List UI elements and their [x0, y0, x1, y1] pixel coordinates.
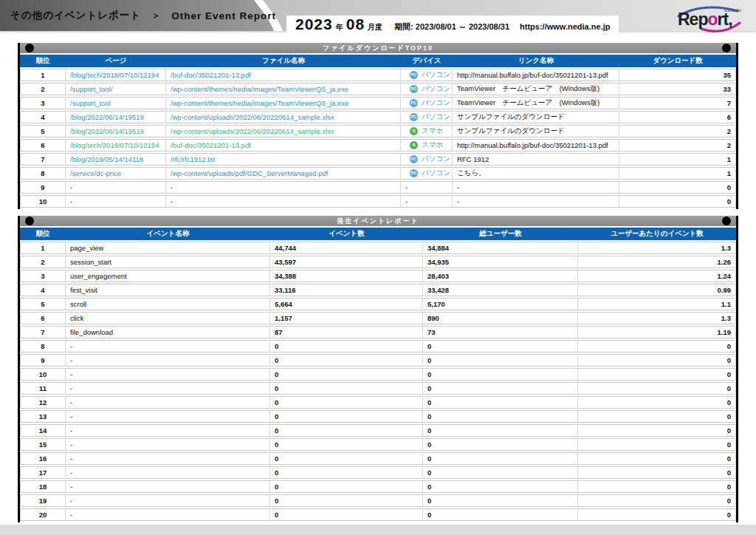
- file-name-link-cell[interactable]: /buf-doc/35021201-13.pdf: [166, 139, 401, 151]
- file-download-table-row: 2/support_tool//wp-content/themes/nedia/…: [20, 83, 736, 95]
- rank-cell: 2: [20, 83, 66, 95]
- page-link-cell[interactable]: /service/dc-price: [66, 167, 166, 180]
- total-users-cell: 0: [423, 452, 578, 465]
- event-report-section: 発生イベントレポート 順位イベント名称イベント数総ユーザー数ユーザーあたりのイベ…: [18, 216, 738, 522]
- file-name-link-cell[interactable]: /wp-content/uploads/2022/06/20220614_sam…: [166, 111, 401, 123]
- page-link-cell[interactable]: /blog/tech/2018/07/10/12194: [66, 139, 166, 151]
- binder-hole-left-icon: [25, 44, 34, 52]
- event-count-cell: 0: [270, 340, 423, 352]
- event-name-cell: page_view: [66, 242, 270, 254]
- events-per-user-cell: 0: [578, 340, 736, 352]
- file-name-link-cell[interactable]: /wp-content/themes/nedia/images/TeamView…: [166, 97, 401, 109]
- file-download-column-header: デバイス: [401, 55, 453, 67]
- download-count-cell: 0: [619, 195, 736, 208]
- file-download-column-header: 順位: [20, 55, 66, 67]
- rank-cell: 8: [20, 167, 66, 180]
- event-name-cell: -: [66, 354, 270, 367]
- events-per-user-cell: 0: [578, 508, 736, 521]
- event-count-cell: 0: [270, 438, 423, 451]
- file-name-link-cell[interactable]: /wp-content/uploads/2022/06/20220614_sam…: [166, 125, 401, 137]
- page-link-cell[interactable]: /blog/2019/05/14/14118: [66, 153, 166, 166]
- file-name-link-cell[interactable]: /wp-content/uploads/pdf/GDC_ServerManage…: [166, 167, 401, 180]
- event-count-cell: 0: [270, 396, 423, 409]
- file-name-link-cell[interactable]: /wp-content/themes/nedia/images/TeamView…: [166, 83, 401, 95]
- events-per-user-cell: 0: [578, 466, 736, 479]
- download-count-cell: 7: [619, 97, 736, 109]
- event-name-cell: -: [66, 480, 270, 493]
- event-report-table-row: 3user_engagement34,38828,4031.24: [20, 270, 736, 282]
- total-users-cell: 28,403: [423, 270, 578, 282]
- page-link-cell[interactable]: /support_tool: [66, 97, 166, 109]
- event-count-cell: 0: [270, 410, 423, 423]
- pc-device-icon: PC: [410, 99, 418, 107]
- pc-device-icon: PC: [410, 155, 418, 163]
- logo-o: o: [707, 10, 717, 29]
- file-download-table-row: 1/blog/tech/2018/07/10/12194/buf-doc/350…: [20, 69, 736, 81]
- file-download-column-header: リンク名称: [453, 55, 619, 67]
- event-count-cell: 1,157: [270, 312, 423, 324]
- download-count-cell: 2: [619, 125, 736, 137]
- file-download-section: ファイルダウンロードTOP10 順位ページファイル名称デバイスリンク名称ダウンロ…: [18, 43, 738, 209]
- page-link-cell[interactable]: /support_tool/: [66, 83, 166, 95]
- total-users-cell: 0: [423, 396, 578, 409]
- page-title: その他のイベントレポート ＞ Other Event Report: [10, 0, 276, 31]
- event-name-cell: -: [66, 424, 270, 437]
- events-per-user-cell: 0: [578, 438, 736, 451]
- total-users-cell: 34,935: [423, 256, 578, 268]
- pc-device-icon: PC: [410, 71, 418, 79]
- total-users-cell: 0: [423, 508, 578, 521]
- link-name-cell: http://manual.buffalo.jp/buf-doc/3502120…: [453, 139, 619, 151]
- report-month: 08: [346, 16, 365, 33]
- file-name-link-cell: -: [166, 195, 401, 208]
- smartphone-device-icon: S: [410, 141, 418, 149]
- events-per-user-cell: 1.3: [578, 312, 736, 324]
- download-count-cell: 2: [619, 139, 736, 151]
- total-users-cell: 890: [423, 312, 578, 324]
- device-label: パソコン: [422, 112, 450, 120]
- file-name-link-cell[interactable]: /buf-doc/35021201-13.pdf: [166, 69, 401, 81]
- link-name-cell: -: [453, 181, 619, 194]
- event-name-cell: -: [66, 508, 270, 521]
- rank-cell: 1: [20, 242, 66, 254]
- page-title-ja: その他のイベントレポート: [10, 9, 141, 22]
- rank-cell: 5: [20, 298, 66, 310]
- report-month-label: 月度: [368, 22, 382, 33]
- event-count-cell: 0: [270, 382, 423, 395]
- file-download-table-row: 4/blog/2022/06/14/19519/wp-content/uploa…: [20, 111, 736, 123]
- event-name-cell: -: [66, 368, 270, 381]
- link-name-cell: サンプルファイルのダウンロード: [453, 111, 619, 123]
- event-report-column-header: 総ユーザー数: [423, 228, 578, 240]
- device-cell: Sスマホ: [401, 125, 453, 137]
- rank-cell: 12: [20, 396, 66, 409]
- binder-hole-right-icon: [722, 217, 731, 225]
- events-per-user-cell: 1.1: [578, 298, 736, 310]
- device-cell: PCパソコン: [401, 111, 453, 123]
- event-name-cell: click: [66, 312, 270, 324]
- event-count-cell: 0: [270, 466, 423, 479]
- device-cell: -: [401, 195, 453, 208]
- events-per-user-cell: 0: [578, 480, 736, 493]
- event-report-table-row: 11-000: [20, 382, 736, 395]
- event-report-section-title-bar: 発生イベントレポート: [20, 216, 736, 226]
- rank-cell: 16: [20, 452, 66, 465]
- event-name-cell: -: [66, 340, 270, 352]
- rank-cell: 4: [20, 284, 66, 296]
- page-link-cell[interactable]: /blog/2022/06/14/19519: [66, 125, 166, 137]
- event-report-table-row: 10-000: [20, 368, 736, 381]
- event-report-column-header: イベント名称: [66, 228, 270, 240]
- rank-cell: 8: [20, 340, 66, 352]
- file-name-link-cell[interactable]: /rfc/rfc1912.txt: [166, 153, 401, 166]
- page-link-cell[interactable]: /blog/tech/2018/07/10/12194: [66, 69, 166, 81]
- page-link-cell[interactable]: /blog/2022/06/14/19519: [66, 111, 166, 123]
- logo-wordmark: Report,: [678, 10, 732, 30]
- file-download-table-row: 3/support_tool/wp-content/themes/nedia/i…: [20, 97, 736, 109]
- event-name-cell: -: [66, 410, 270, 423]
- event-report-table-row: 4first_visit33,11633,4280.99: [20, 284, 736, 296]
- total-users-cell: 0: [423, 480, 578, 493]
- event-report-column-header: イベント数: [270, 228, 423, 240]
- report-year: 2023: [295, 16, 333, 33]
- event-report-table-row: 8-000: [20, 340, 736, 352]
- rank-cell: 3: [20, 270, 66, 282]
- rank-cell: 9: [20, 354, 66, 367]
- total-users-cell: 0: [423, 340, 578, 352]
